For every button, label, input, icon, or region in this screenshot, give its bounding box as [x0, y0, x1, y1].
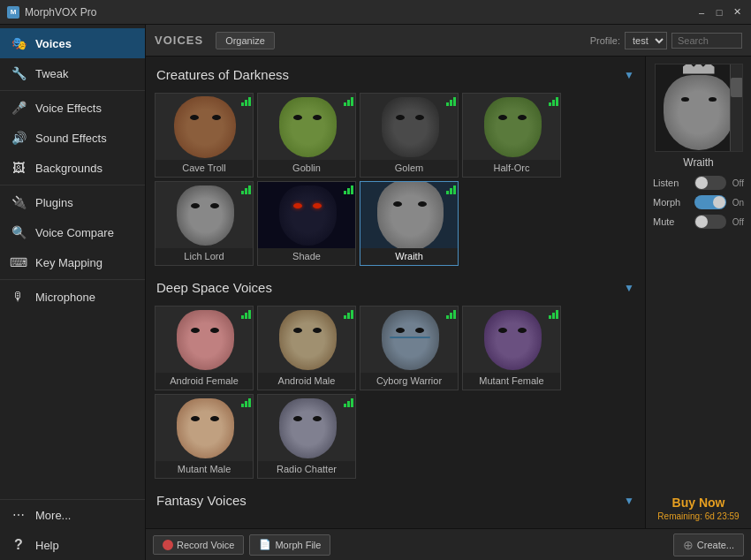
face-cyborg	[382, 310, 439, 370]
eye-right	[212, 115, 221, 120]
category-arrow-creatures[interactable]: ▼	[624, 69, 634, 81]
voice-grid-creatures: Cave Troll	[155, 93, 636, 266]
eye-left	[396, 328, 405, 333]
profile-area: Profile: test	[590, 32, 742, 49]
listen-toggle[interactable]	[694, 176, 726, 190]
selected-voice-name: Wraith	[683, 156, 713, 169]
sidebar-bottom: ⋯ More... ? Help	[0, 499, 145, 560]
sound-effects-icon: 🔊	[9, 128, 28, 148]
morph-toggle-row: Morph On	[653, 195, 744, 209]
bar2	[245, 313, 247, 319]
voices-scroll[interactable]: Creatures of Darkness ▼	[146, 57, 645, 528]
bar1	[344, 404, 346, 407]
voice-card-golem[interactable]: Golem	[360, 93, 459, 178]
minimize-button[interactable]: –	[694, 5, 709, 19]
close-button[interactable]: ✕	[730, 5, 744, 19]
bar2	[245, 188, 247, 194]
voice-card-mutant-male[interactable]: Mutant Male	[155, 394, 254, 479]
mute-label: Mute	[653, 216, 674, 227]
bottom-bar: Record Voice 📄 Morph File ⊕ Create...	[146, 528, 751, 560]
voice-card-img-cave-troll	[156, 94, 254, 160]
voice-card-lich-lord[interactable]: Lich Lord	[155, 181, 254, 266]
search-input[interactable]	[671, 33, 742, 49]
sidebar-item-more[interactable]: ⋯ More...	[0, 500, 145, 530]
voice-card-cave-troll[interactable]: Cave Troll	[155, 93, 254, 178]
morph-file-button[interactable]: 📄 Morph File	[249, 534, 330, 556]
sidebar-item-plugins[interactable]: 🔌 Plugins	[0, 187, 145, 217]
voice-card-label-mutant-female: Mutant Female	[463, 373, 560, 390]
more-icon: ⋯	[9, 505, 28, 525]
bar1	[549, 315, 551, 319]
bar1	[241, 315, 244, 319]
voice-card-android-male[interactable]: Android Male	[257, 306, 356, 390]
morph-toggle[interactable]	[694, 195, 726, 209]
bar1	[549, 102, 551, 106]
signal-bars	[344, 97, 353, 106]
right-panel: Wraith Listen Off Morph	[645, 57, 751, 528]
category-title-creatures: Creatures of Darkness	[156, 67, 289, 82]
voice-card-img-cyborg-warrior	[360, 306, 459, 373]
eye-left	[191, 328, 200, 333]
bar3	[453, 185, 456, 194]
bar3	[453, 310, 456, 319]
main-area: VOICES Organize Profile: test Creatures …	[146, 25, 751, 560]
voice-card-mutant-female[interactable]: Mutant Female	[462, 306, 561, 390]
sidebar-item-help[interactable]: ? Help	[0, 530, 145, 560]
sidebar-label-plugins: Plugins	[35, 196, 73, 209]
listen-knob	[695, 177, 708, 189]
signal-bars	[446, 185, 456, 194]
voice-card-img-goblin	[258, 94, 356, 160]
sidebar-divider-3	[0, 279, 145, 280]
record-voice-button[interactable]: Record Voice	[153, 535, 244, 555]
sidebar-label-sound-effects: Sound Effects	[35, 132, 107, 145]
voice-card-label-half-orc: Half-Orc	[463, 160, 560, 177]
profile-label: Profile:	[590, 35, 620, 46]
sidebar-item-voice-compare[interactable]: 🔍 Voice Compare	[0, 217, 145, 247]
face-radio	[279, 398, 337, 458]
voice-card-wraith[interactable]: Wraith	[360, 181, 459, 266]
buy-now-button[interactable]: Buy Now	[657, 496, 739, 510]
voice-card-half-orc[interactable]: Half-Orc	[462, 93, 561, 178]
face-mutant-male	[177, 398, 234, 458]
bar3	[351, 97, 353, 106]
morph-status: On	[732, 198, 744, 208]
sidebar-item-backgrounds[interactable]: 🖼 Backgrounds	[0, 153, 145, 183]
organize-button[interactable]: Organize	[216, 32, 275, 49]
sidebar-item-tweak[interactable]: 🔧 Tweak	[0, 58, 145, 88]
voice-effects-icon: 🎤	[9, 98, 28, 117]
backgrounds-icon: 🖼	[9, 158, 28, 178]
sidebar-item-voice-effects[interactable]: 🎤 Voice Effects	[0, 93, 145, 123]
eye-right	[210, 203, 219, 208]
eye-right	[313, 203, 322, 208]
sidebar-item-sound-effects[interactable]: 🔊 Sound Effects	[0, 123, 145, 153]
voice-card-label-cave-troll: Cave Troll	[156, 160, 253, 177]
mute-toggle[interactable]	[694, 215, 726, 229]
bar2	[245, 100, 247, 106]
voice-card-img-android-female	[156, 306, 254, 373]
voice-card-label-cyborg-warrior: Cyborg Warrior	[360, 373, 458, 390]
bar2	[347, 401, 350, 407]
face-goblin	[279, 97, 337, 157]
voice-card-android-female[interactable]: Android Female	[155, 306, 254, 390]
eye-right	[210, 416, 219, 421]
voice-card-cyborg-warrior[interactable]: Cyborg Warrior	[360, 306, 459, 390]
signal-bars	[241, 185, 251, 194]
voice-card-radio-chatter[interactable]: Radio Chatter	[257, 394, 356, 479]
bar2	[450, 100, 452, 106]
bar3	[351, 398, 353, 407]
sidebar-label-tweak: Tweak	[35, 67, 69, 80]
sidebar-item-key-mapping[interactable]: ⌨ Key Mapping	[0, 247, 145, 277]
category-arrow-fantasy[interactable]: ▼	[624, 495, 634, 507]
eye-right	[518, 115, 527, 120]
category-arrow-deep-space[interactable]: ▼	[624, 282, 634, 294]
maximize-button[interactable]: □	[712, 5, 726, 19]
content-wrapper: Creatures of Darkness ▼	[146, 57, 751, 528]
voice-card-shade[interactable]: Shade	[257, 181, 356, 266]
sidebar-item-microphone[interactable]: 🎙 Microphone	[0, 282, 145, 312]
create-button[interactable]: ⊕ Create...	[673, 534, 744, 556]
profile-select[interactable]: test	[625, 32, 667, 49]
voice-card-label-android-male: Android Male	[258, 373, 355, 390]
voice-card-goblin[interactable]: Goblin	[257, 93, 356, 178]
sidebar-item-voices[interactable]: 🎭 Voices	[0, 28, 145, 58]
voice-card-label-radio-chatter: Radio Chatter	[258, 461, 355, 478]
